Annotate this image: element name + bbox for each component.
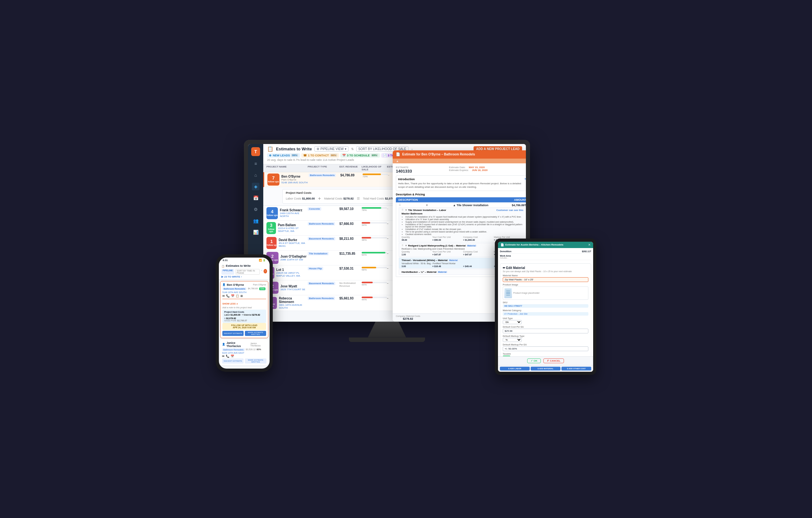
project-name: Pam Ballam	[278, 223, 308, 227]
modal-close-button[interactable]: ✕	[525, 152, 526, 157]
phone-sort-button[interactable]: SORT BY TIME IN PHASE	[235, 269, 260, 275]
unit-type-row: EA LF SF	[503, 320, 588, 324]
phone-action-icon[interactable]: 📅	[231, 355, 234, 358]
field-product-image: Product Image Product image place	[503, 284, 588, 300]
phone-proj-type: Bathroom Remodels	[222, 287, 246, 290]
phone-nav-title: Estimates to Write	[226, 264, 251, 267]
add-material-button[interactable]: $ ADD MATERIAL	[531, 367, 560, 371]
ok-button[interactable]: ✓ OK	[527, 358, 541, 363]
phone-action-icon[interactable]: ✉	[222, 355, 225, 358]
estimate-expires-row: Estimate Expires: JUN 18, 2020	[449, 169, 488, 172]
chevron-right-icon: ›	[241, 275, 242, 278]
phone-action-icon-4[interactable]: 📋	[236, 294, 239, 297]
sidebar-icon-people[interactable]: 👥	[252, 217, 259, 225]
tab-to-schedule[interactable]: 📅 3 TO SCHEDULE 69%	[340, 153, 380, 157]
phone-see-edit-estimate-button[interactable]: SEE/EDIT ESTIMATE	[222, 331, 243, 336]
project-type: Bathroom Remodels	[309, 174, 336, 177]
sidebar-icon-home[interactable]: ⌂	[252, 171, 259, 179]
phone-action-icon-1[interactable]: ✉	[222, 294, 225, 297]
follow-ups-badge: 3 follow ups	[266, 222, 276, 234]
monitor-stand	[368, 322, 406, 338]
phone-project-card[interactable]: 👤 Janice Thorlacius Janice Thorlacius Ba…	[220, 339, 268, 366]
monitor-frame: T ≡ ⌂ ◈ 📅 ⚙ 👥 📊 📋 Estim	[244, 140, 530, 322]
estimate-options-button[interactable]: ⋮	[525, 166, 526, 171]
chevron-right-icon: ▶	[222, 275, 223, 278]
sub1-subtitle: Master Bathroom	[402, 212, 523, 215]
phone-project-card[interactable]: 👤 Ben O'Byrne Pam O'Byrne Bathroom Remod…	[220, 281, 268, 338]
material-name-input[interactable]	[503, 277, 588, 282]
phone-show-less[interactable]: SHOW LESS ∧	[222, 299, 266, 306]
tablet: 📄 Estimate for Austin Berisha – Kitchen …	[495, 238, 596, 375]
tablet-line-item-demolition[interactable]: Demolition $262.11T	[500, 249, 591, 254]
project-name: Rebecca Simonsen	[279, 296, 308, 304]
project-type: Basement Remodels	[308, 282, 335, 285]
field-markup-per-ea: Default Markup Per EA	[503, 344, 588, 351]
default-cost-input[interactable]	[503, 328, 588, 334]
field-sku: SKU HD SKU #756377	[503, 301, 588, 308]
filter-icon: ⬦	[411, 147, 413, 151]
svg-rect-2	[506, 292, 510, 294]
phone-proj-name: Ben O'Byrne	[227, 283, 244, 286]
phone-action-icon-2[interactable]: 📞	[226, 294, 230, 297]
phone-see-edit-button-2[interactable]: SEE/EDIT ESTIMATE	[222, 358, 243, 364]
app-logo[interactable]: T	[251, 147, 260, 156]
phone-proj-revenue: $4,786.89	[248, 287, 258, 290]
phone-tab-pipeline[interactable]: PIPELINE	[222, 269, 234, 275]
project-type: Tile Installation	[308, 252, 328, 255]
phone-proj-address: 5148 16TH AVE SOUTH	[222, 291, 266, 293]
revenue: $7,666.93	[339, 222, 361, 226]
markup-type-select[interactable]: % $	[503, 338, 522, 342]
add-other-cost-button[interactable]: $ ADD OTHER COST	[561, 367, 591, 371]
pipeline-view-button[interactable]: ⚙ PIPELINE VIEW ▾	[314, 146, 348, 152]
intro-edit-icon[interactable]: ✏	[525, 178, 526, 180]
project-name: Jose Wyatt	[281, 285, 305, 288]
estimates-icon: 📋	[267, 146, 273, 152]
field-category: Material Category 🏷 Protection - Job Sit…	[503, 309, 588, 316]
phone-count-row: ▶ 23 TO WRITE ›	[222, 275, 267, 278]
phone-action-icon[interactable]: 📞	[226, 355, 229, 358]
phone-mark-written-button[interactable]: MARK ESTIMATE WRITTEN	[245, 331, 266, 336]
sidebar-icon-calendar[interactable]: 📅	[252, 194, 259, 202]
revenue: $9,567.10	[339, 207, 361, 211]
phone-add-button[interactable]: +	[264, 269, 267, 274]
phone-follow-up[interactable]: FOLLOW UP WITH LEAD APR 24, 2020 9:00 AM	[222, 323, 266, 330]
project-type: Concrete	[308, 207, 321, 211]
phone-mark-written-button-2[interactable]: MARK ESTIMATE WRITTEN	[245, 358, 266, 364]
edit-material-modal: ✏ Edit Material So you can always add Zi…	[500, 263, 591, 356]
tab-to-contact[interactable]: ☎ 1 TO CONTACT 86%	[301, 153, 339, 157]
schedule-icon: 📅	[342, 154, 346, 157]
tablet-close-button[interactable]: ✕	[588, 243, 590, 247]
project-name: David Burke	[279, 238, 308, 242]
project-address: 5148 16th AVE SOUTH	[281, 181, 308, 184]
phone-note-placeholder: Add a note to this project lead	[222, 307, 266, 309]
line-item-header: ⠿ ▼ ▲ Tile Shower Installation $4,786.89…	[399, 204, 526, 207]
phone-action-icon-3[interactable]: 📅	[231, 294, 234, 297]
phone-action-icon-5[interactable]: ⊞	[240, 294, 243, 297]
revenue: $4,786.89	[340, 174, 362, 177]
svg-rect-1	[506, 291, 510, 291]
sidebar-icon-menu[interactable]: ≡	[252, 160, 259, 168]
markup-per-ea-input[interactable]	[503, 346, 588, 351]
follow-ups-badge: 1 follow up	[266, 237, 277, 249]
field-default-cost: Default Cost Per EA	[503, 326, 588, 334]
revenue: $5,661.93	[339, 296, 361, 300]
product-image-box: Product image placeholder	[503, 286, 588, 300]
intro-text: Hello Ben, Thank you for the opportunity…	[398, 182, 526, 189]
tablet-line-item-work-area[interactable]: Work Area Includes...	[500, 254, 591, 260]
cancel-button[interactable]: ✗ CANCEL	[543, 358, 564, 363]
sidebar-icon-chart[interactable]: 📊	[252, 228, 259, 236]
add-labor-button[interactable]: $ ADD LABOR	[500, 367, 530, 371]
expand-icon: ▼	[405, 244, 407, 247]
tab-new-leads[interactable]: ⊕ NEW LEADS 99%	[267, 153, 300, 157]
sidebar-icon-settings[interactable]: ⚙	[252, 206, 259, 213]
phone-filter-icon[interactable]: ⬦	[261, 269, 262, 275]
field-material-name: Material Name	[503, 275, 588, 282]
tablet-title: Estimate for Austin Berisha – Kitchen Re…	[505, 243, 588, 246]
estimate-icon: 📄	[383, 154, 387, 157]
qty-row: Quantity Your Cost Per Unit Company Cost…	[402, 236, 523, 238]
sidebar-icon-leads[interactable]: ◈	[252, 183, 259, 190]
modal-actions: ✓ OK ✗ CANCEL	[498, 356, 593, 365]
field-taxable: Taxable YES	[503, 353, 588, 356]
unit-type-select[interactable]: EA LF SF	[503, 320, 522, 324]
drag-icon: ⠿	[399, 204, 401, 207]
